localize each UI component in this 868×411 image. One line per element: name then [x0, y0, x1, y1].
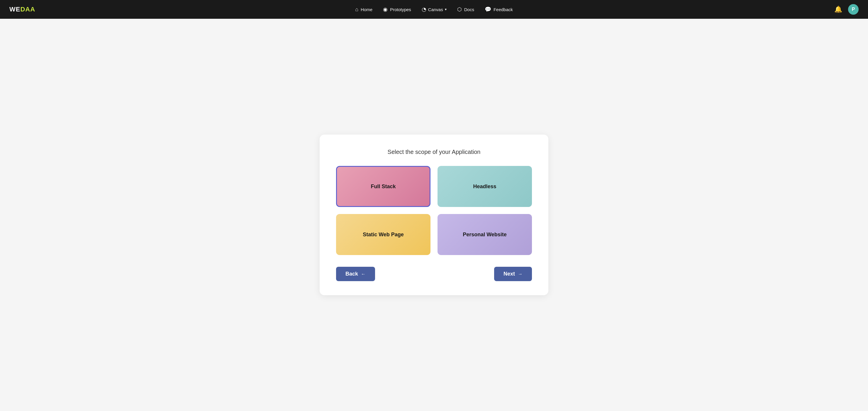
option-personal-label: Personal Website [463, 231, 507, 238]
nav-home-label: Home [361, 7, 372, 12]
main-content: Select the scope of your Application Ful… [0, 19, 868, 411]
back-button[interactable]: Back ← [336, 267, 375, 281]
back-arrow-icon: ← [361, 272, 366, 277]
nav-home[interactable]: ⌂ Home [355, 6, 372, 12]
navbar-right: 🔔 P [834, 4, 859, 15]
navbar-center: ⌂ Home ◉ Prototypes ◔ Canvas ▾ ⬡ Docs 💬 … [355, 6, 513, 12]
logo-daa: DAA [20, 6, 35, 13]
card-footer: Back ← Next → [336, 267, 532, 281]
next-button-label: Next [503, 271, 515, 277]
home-icon: ⌂ [355, 6, 358, 12]
notification-bell-icon[interactable]: 🔔 [834, 6, 842, 13]
canvas-icon: ◔ [422, 6, 426, 12]
prototypes-icon: ◉ [383, 6, 388, 12]
logo[interactable]: WEDAA [9, 6, 35, 13]
nav-feedback[interactable]: 💬 Feedback [485, 6, 513, 12]
feedback-icon: 💬 [485, 6, 491, 12]
option-static-web-page[interactable]: Static Web Page [336, 214, 431, 255]
navbar-left: WEDAA [9, 6, 35, 13]
scope-selection-card: Select the scope of your Application Ful… [320, 134, 548, 295]
option-personal-website[interactable]: Personal Website [437, 214, 532, 255]
option-full-stack[interactable]: Full Stack [336, 166, 431, 207]
back-button-label: Back [345, 271, 358, 277]
options-grid: Full Stack Headless Static Web Page Pers… [336, 166, 532, 255]
nav-prototypes-label: Prototypes [390, 7, 411, 12]
option-full-stack-label: Full Stack [371, 184, 396, 190]
nav-feedback-label: Feedback [494, 7, 513, 12]
nav-docs[interactable]: ⬡ Docs [457, 6, 474, 12]
avatar[interactable]: P [848, 4, 859, 15]
card-title: Select the scope of your Application [336, 149, 532, 155]
option-static-label: Static Web Page [363, 231, 404, 238]
next-button[interactable]: Next → [494, 267, 532, 281]
option-headless[interactable]: Headless [437, 166, 532, 207]
option-headless-label: Headless [473, 184, 496, 190]
nav-docs-label: Docs [464, 7, 474, 12]
logo-we: WE [9, 6, 20, 13]
nav-canvas-label: Canvas [428, 7, 443, 12]
chevron-down-icon: ▾ [445, 7, 446, 11]
next-arrow-icon: → [518, 272, 523, 277]
docs-icon: ⬡ [457, 6, 462, 12]
nav-prototypes[interactable]: ◉ Prototypes [383, 6, 411, 12]
nav-canvas[interactable]: ◔ Canvas ▾ [422, 6, 446, 12]
navbar: WEDAA ⌂ Home ◉ Prototypes ◔ Canvas ▾ ⬡ D… [0, 0, 868, 19]
